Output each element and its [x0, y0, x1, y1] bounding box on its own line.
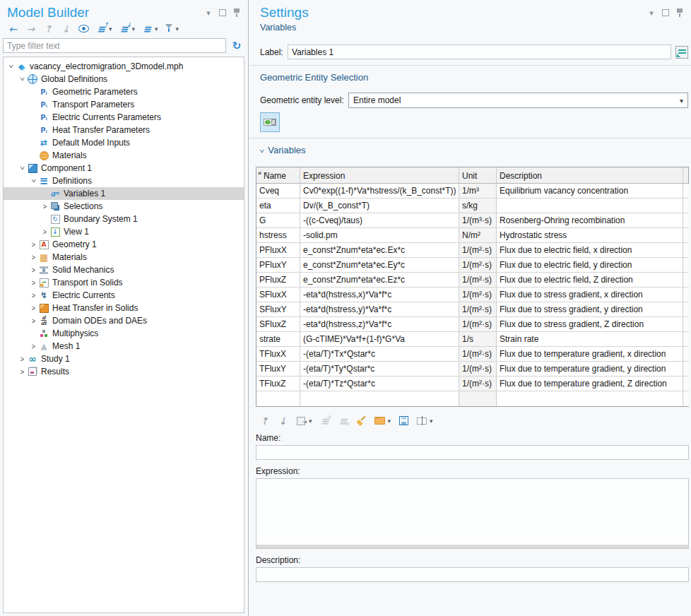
tree-chevron-icon[interactable]	[29, 279, 38, 286]
tree-item-results[interactable]: Results	[4, 365, 244, 378]
variable-description-cell[interactable]: Hydrostatic stress	[497, 228, 683, 243]
tree-item-geometric-parameters[interactable]: Geometric Parameters	[4, 85, 244, 98]
variable-description-cell[interactable]	[497, 391, 683, 406]
variable-expression-cell[interactable]: -(eta/T)*Ty*Qstar*c	[300, 362, 459, 377]
tree-item-study-1[interactable]: Study 1	[4, 353, 244, 365]
tree-chevron-icon[interactable]	[18, 355, 27, 362]
variable-row[interactable]: eta Dv/(k_B_const*T) s/kg	[256, 199, 688, 213]
tree-chevron-icon[interactable]	[18, 76, 27, 83]
variable-name-cell[interactable]: G	[256, 213, 300, 228]
node-label-icon[interactable]	[140, 23, 160, 35]
save-to-file-icon[interactable]	[396, 415, 411, 427]
variable-name-cell[interactable]	[256, 391, 300, 406]
variable-row[interactable]: PFluxX e_const*Znum*eta*ec.Ex*c 1/(m²·s)…	[256, 243, 688, 258]
expression-input[interactable]	[256, 479, 688, 545]
variable-row[interactable]: SFluxZ -eta*d(hstress,z)*Va*f*c 1/(m²·s)…	[256, 317, 688, 332]
variable-description-cell[interactable]: Flux due to temperature gradient, x dire…	[497, 347, 683, 362]
horizontal-scrollbar[interactable]	[256, 545, 688, 548]
variable-name-cell[interactable]: TFluxY	[256, 362, 300, 377]
variable-expression-cell[interactable]: -((c-Cveq)/taus)	[300, 213, 459, 228]
variable-name-cell[interactable]: PFluxY	[256, 258, 300, 273]
label-edit-icon[interactable]	[675, 46, 688, 59]
tree-item-variables-1[interactable]: Variables 1	[4, 187, 244, 200]
tree-item-electric-currents-parameters[interactable]: Electric Currents Parameters	[4, 111, 244, 124]
variable-row[interactable]: PFluxZ e_const*Znum*eta*ec.Ez*c 1/(m²·s)…	[256, 273, 688, 288]
variable-name-cell[interactable]: SFluxZ	[256, 317, 300, 332]
tree-item-definitions[interactable]: Definitions	[4, 174, 244, 187]
variable-expression-cell[interactable]: e_const*Znum*eta*ec.Ex*c	[300, 243, 459, 258]
move-to-icon[interactable]	[294, 415, 314, 427]
tree-item-default-model-inputs[interactable]: Default Model Inputs	[4, 136, 244, 149]
add-row-icon[interactable]	[318, 415, 332, 427]
variable-row[interactable]: PFluxY e_const*Znum*eta*ec.Ey*c 1/(m²·s)…	[256, 258, 688, 273]
variable-row[interactable]: TFluxZ -(eta/T)*Tz*Qstar*c 1/(m²·s) Flux…	[256, 377, 688, 391]
variable-description-cell[interactable]: Flux due to stress gradient, y direction	[497, 302, 683, 317]
tree-item-transport-in-solids[interactable]: Transport in Solids	[4, 276, 244, 289]
filter-input[interactable]	[3, 38, 226, 53]
variable-expression-cell[interactable]: -solid.pm	[300, 228, 459, 243]
tree-item-multiphysics[interactable]: Multiphysics	[4, 327, 244, 340]
variable-description-cell[interactable]: Flux due to temperature gradient, Z dire…	[497, 377, 683, 391]
description-input[interactable]	[256, 567, 689, 582]
column-options-icon[interactable]	[258, 167, 266, 177]
tree-chevron-icon[interactable]	[29, 292, 38, 299]
clear-table-icon[interactable]	[355, 415, 369, 427]
variable-name-cell[interactable]: TFluxZ	[256, 377, 300, 391]
filter-icon[interactable]	[163, 23, 181, 35]
tree-chevron-icon[interactable]	[29, 317, 38, 324]
tree-chevron-icon[interactable]	[18, 368, 27, 375]
tree-item-selections[interactable]: Selections	[4, 200, 244, 213]
collapse-all-icon[interactable]	[94, 23, 114, 35]
variable-name-cell[interactable]: PFluxZ	[256, 273, 300, 288]
panel-menu-icon[interactable]	[647, 8, 656, 18]
geometric-entity-level-select[interactable]: Entire model	[348, 93, 688, 108]
panel-menu-icon[interactable]	[204, 8, 213, 18]
tree-item-heat-transfer-in-solids[interactable]: Heat Transfer in Solids	[4, 302, 244, 314]
variable-row[interactable]: strate (G-cTIME)*Va*f+(1-f)*G*Va 1/s Str…	[256, 332, 688, 347]
load-from-file-icon[interactable]	[373, 415, 393, 427]
variable-expression-cell[interactable]: e_const*Znum*eta*ec.Ez*c	[300, 273, 459, 288]
variable-row[interactable]	[256, 391, 688, 406]
variable-description-cell[interactable]: Flux due to electric field, Z direction	[497, 273, 683, 288]
float-window-icon[interactable]	[218, 8, 227, 18]
tree-item-domain-odes-and-daes[interactable]: Domain ODEs and DAEs	[4, 314, 244, 327]
tree-item-view-1[interactable]: View 1	[4, 225, 244, 238]
variable-row[interactable]: hstress -solid.pm N/m² Hydrostatic stres…	[256, 228, 688, 243]
variable-row[interactable]: TFluxY -(eta/T)*Ty*Qstar*c 1/(m²·s) Flux…	[256, 362, 688, 377]
tree-item-materials[interactable]: Materials	[4, 251, 244, 263]
variable-description-cell[interactable]: Strain rate	[497, 332, 683, 347]
delete-row-icon[interactable]	[336, 415, 350, 427]
variable-expression-cell[interactable]: -(eta/T)*Tx*Qstar*c	[300, 347, 459, 362]
tree-chevron-icon[interactable]	[29, 241, 38, 248]
variable-description-cell[interactable]: Flux due to electric field, x direction	[497, 243, 683, 258]
variable-row[interactable]: SFluxY -eta*d(hstress,y)*Va*f*c 1/(m²·s)…	[256, 302, 688, 317]
tree-chevron-icon[interactable]	[29, 266, 38, 273]
variable-expression-cell[interactable]: -eta*d(hstress,y)*Va*f*c	[300, 302, 459, 317]
variable-name-cell[interactable]: hstress	[256, 228, 300, 243]
variable-expression-cell[interactable]: Dv/(k_B_const*T)	[300, 199, 459, 213]
tree-item-geometry-1[interactable]: Geometry 1	[4, 238, 244, 251]
column-header-description[interactable]: Description	[497, 167, 683, 183]
tree-item-heat-transfer-parameters[interactable]: Heat Transfer Parameters	[4, 124, 244, 136]
tree-item-mesh-1[interactable]: Mesh 1	[4, 340, 244, 353]
variable-row[interactable]: SFluxX -eta*d(hstress,x)*Va*f*c 1/(m²·s)…	[256, 288, 688, 302]
variable-name-cell[interactable]: eta	[256, 199, 300, 213]
pin-icon[interactable]	[232, 8, 241, 18]
expand-all-icon[interactable]	[117, 23, 137, 35]
label-input[interactable]	[288, 45, 671, 59]
refresh-icon[interactable]	[230, 39, 244, 53]
tree-item-model-file[interactable]: vacancy_electromigration_3Dmodel.mph	[4, 60, 244, 73]
active-selection-toggle-icon[interactable]	[260, 112, 280, 132]
tree-item-global-definitions[interactable]: Global Definitions	[4, 73, 244, 85]
variable-expression-cell[interactable]: (G-cTIME)*Va*f+(1-f)*G*Va	[300, 332, 459, 347]
variable-description-cell[interactable]: Flux due to temperature gradient, y dire…	[497, 362, 683, 377]
tree-chevron-icon[interactable]	[29, 177, 38, 184]
move-down-icon[interactable]	[59, 23, 73, 35]
tree-chevron-icon[interactable]	[40, 203, 49, 210]
tree-item-boundary-system-1[interactable]: Boundary System 1	[4, 213, 244, 225]
name-input[interactable]	[256, 445, 689, 460]
variable-name-cell[interactable]: SFluxY	[256, 302, 300, 317]
forward-icon[interactable]	[23, 23, 37, 35]
variable-description-cell[interactable]	[497, 199, 683, 213]
variables-section-header[interactable]: Variables	[249, 145, 691, 155]
